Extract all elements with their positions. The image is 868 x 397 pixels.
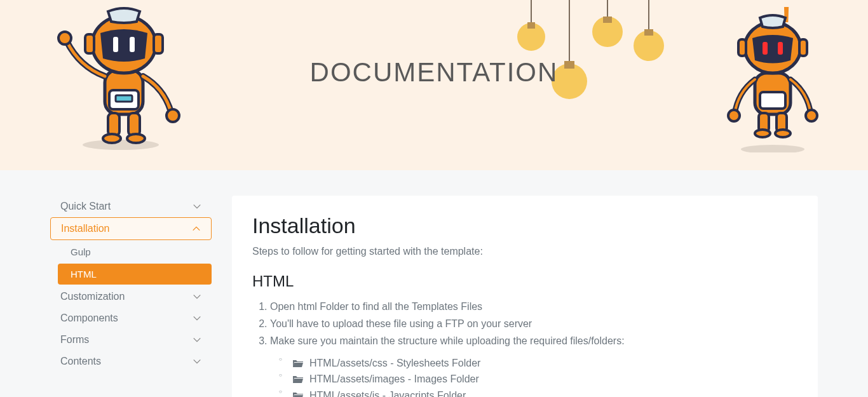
- chevron-up-icon: [192, 224, 201, 233]
- step-item: Make sure you maintain the structure whi…: [270, 332, 797, 397]
- svg-rect-6: [130, 37, 135, 52]
- step-item: You'll have to upload these file using a…: [270, 315, 797, 332]
- chevron-down-icon: [193, 335, 201, 344]
- svg-rect-31: [763, 42, 768, 55]
- nav-quick-start[interactable]: Quick Start: [50, 196, 212, 217]
- svg-point-27: [741, 145, 804, 152]
- nav-components[interactable]: Components: [50, 307, 212, 329]
- svg-rect-12: [128, 113, 140, 136]
- nav-contents[interactable]: Contents: [50, 351, 212, 372]
- svg-point-39: [755, 130, 770, 137]
- svg-point-14: [127, 134, 145, 143]
- svg-rect-5: [113, 37, 118, 52]
- nav-label: Customization: [60, 291, 125, 302]
- svg-point-40: [775, 130, 790, 137]
- section-title: HTML: [252, 273, 797, 290]
- svg-rect-23: [603, 17, 612, 23]
- steps-list: Open html Folder to find all the Templat…: [252, 298, 797, 397]
- svg-point-13: [103, 134, 121, 143]
- robot-left-illustration: [51, 6, 191, 152]
- folder-item: HTML/assets/css - Stylesheets Folder: [293, 355, 797, 372]
- nav-customization[interactable]: Customization: [50, 286, 212, 307]
- chevron-down-icon: [193, 314, 201, 323]
- svg-rect-29: [760, 92, 785, 109]
- folder-open-icon: [293, 359, 303, 368]
- page-title: DOCUMENTATION: [310, 57, 559, 88]
- nav-label: Quick Start: [60, 201, 111, 212]
- nav-label: Contents: [60, 356, 101, 367]
- chevron-down-icon: [193, 357, 201, 366]
- svg-rect-17: [527, 22, 535, 29]
- svg-rect-20: [564, 61, 574, 69]
- chevron-down-icon: [193, 202, 201, 211]
- svg-point-10: [166, 109, 179, 122]
- svg-point-9: [58, 32, 71, 44]
- svg-rect-11: [108, 113, 119, 136]
- svg-rect-32: [778, 42, 783, 55]
- svg-rect-34: [799, 39, 807, 56]
- hero-banner: ! DOCUMENTATION: [0, 0, 868, 170]
- svg-rect-7: [85, 34, 94, 53]
- content-heading: Installation: [252, 213, 797, 238]
- nav-sub-gulp[interactable]: Gulp: [58, 241, 212, 262]
- nav-installation[interactable]: Installation: [50, 217, 212, 240]
- main-content: Installation Steps to follow for getting…: [232, 196, 818, 397]
- folder-open-icon: [293, 375, 303, 384]
- folders-list: HTML/assets/css - Stylesheets Folder HTM…: [270, 355, 797, 397]
- svg-rect-26: [644, 29, 653, 36]
- folder-item: HTML/assets/js - Javacripts Folder: [293, 387, 797, 397]
- svg-rect-8: [154, 34, 163, 53]
- nav-label: Components: [60, 313, 118, 324]
- chevron-down-icon: [193, 292, 201, 301]
- robot-right-illustration: [722, 6, 824, 152]
- svg-rect-3: [116, 95, 132, 102]
- sidebar-nav: Quick Start Installation Gulp HTML Custo…: [50, 196, 212, 397]
- nav-sub-html[interactable]: HTML: [58, 264, 212, 285]
- svg-point-36: [806, 110, 817, 121]
- folder-item: HTML/assets/images - Images Folder: [293, 371, 797, 387]
- svg-rect-33: [738, 39, 746, 56]
- nav-label: Forms: [60, 334, 89, 346]
- content-subtitle: Steps to follow for getting started with…: [252, 246, 797, 257]
- folder-open-icon: [293, 391, 303, 397]
- svg-point-35: [728, 110, 740, 121]
- step-item: Open html Folder to find all the Templat…: [270, 298, 797, 315]
- nav-label: Installation: [61, 223, 110, 234]
- nav-forms[interactable]: Forms: [50, 329, 212, 351]
